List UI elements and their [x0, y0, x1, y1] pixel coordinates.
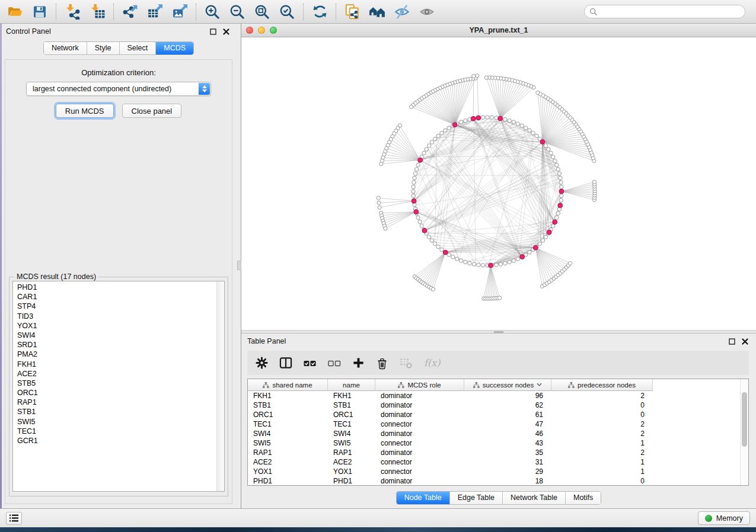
mcds-node-item[interactable]: STB1: [13, 407, 216, 416]
export-image-button[interactable]: [167, 2, 192, 22]
table-row[interactable]: ACE2ACE2connector311: [248, 457, 748, 467]
tab-style[interactable]: Style: [87, 42, 120, 55]
column-header-predecessor-nodes[interactable]: predecessor nodes: [551, 379, 653, 391]
first-neighbors-button[interactable]: [365, 2, 390, 22]
float-panel-button[interactable]: [208, 27, 218, 36]
export-image-icon: [172, 4, 188, 20]
mcds-node-item[interactable]: SRD1: [13, 340, 216, 350]
column-header-shared-name[interactable]: shared name: [248, 379, 328, 391]
table-row[interactable]: ORC1ORC1dominator610: [248, 410, 748, 419]
hierarchy-icon: [263, 382, 269, 388]
optimization-criterion-select[interactable]: largest connected component (undirected): [26, 82, 211, 96]
table-cell: connector: [375, 419, 464, 429]
mcds-node-item[interactable]: SWI4: [13, 331, 216, 340]
task-history-button[interactable]: [6, 512, 22, 525]
eye-icon: [419, 4, 435, 20]
export-network-icon: [122, 4, 138, 20]
mcds-node-item[interactable]: YOX1: [13, 321, 216, 331]
tab-select[interactable]: Select: [120, 42, 157, 55]
refresh-button[interactable]: [307, 2, 332, 22]
mcds-node-item[interactable]: TEC1: [13, 427, 216, 436]
table-row[interactable]: RAP1RAP1dominator352: [248, 448, 748, 457]
columns-icon: [279, 357, 292, 369]
network-graph[interactable]: [241, 37, 756, 330]
table-row[interactable]: SWI4SWI4dominator462: [248, 429, 748, 438]
mcds-node-item[interactable]: FKH1: [13, 360, 216, 369]
table-row[interactable]: PHD1PHD1dominator180: [248, 476, 748, 486]
refresh-icon: [312, 4, 328, 20]
float-panel-button[interactable]: [726, 336, 737, 346]
open-file-button[interactable]: [2, 2, 27, 22]
column-header-MCDS-role[interactable]: MCDS role: [375, 379, 464, 391]
table-row[interactable]: STB1STB1dominator620: [248, 400, 748, 410]
table-row[interactable]: TEC1TEC1connector472: [248, 419, 748, 429]
deselect-all-button[interactable]: [328, 357, 341, 370]
search-icon: [589, 8, 598, 16]
delete-column-button[interactable]: [376, 357, 388, 370]
mcds-node-item[interactable]: PHD1: [13, 283, 216, 292]
table-row[interactable]: SWI5SWI5connector431: [248, 438, 748, 448]
list-scrollbar[interactable]: [216, 281, 224, 491]
search-field[interactable]: [584, 5, 745, 18]
zoom-selected-button[interactable]: [275, 2, 299, 22]
mcds-node-item[interactable]: STB5: [13, 379, 216, 388]
mcds-result-group: MCDS result (17 nodes) PHD1CAR1STP4TID3Y…: [9, 277, 228, 496]
mcds-node-item[interactable]: CAR1: [13, 292, 216, 302]
main-toolbar: [0, 0, 756, 24]
mcds-node-item[interactable]: STP4: [13, 302, 216, 311]
close-panel-button-secondary[interactable]: Close panel: [122, 104, 182, 118]
close-panel-button[interactable]: [221, 27, 231, 36]
mcds-node-item[interactable]: PMA2: [13, 350, 216, 359]
column-header-name[interactable]: name: [328, 379, 375, 391]
table-row[interactable]: YOX1YOX1connector291: [248, 467, 748, 476]
save-session-button[interactable]: [27, 2, 52, 22]
export-table-button[interactable]: [142, 2, 167, 22]
table-cell: 46: [464, 429, 551, 438]
select-all-button[interactable]: [304, 357, 317, 370]
tab-edge-table[interactable]: Edge Table: [450, 492, 503, 504]
splitter-grip[interactable]: [237, 261, 241, 270]
column-header-successor-nodes[interactable]: successor nodes: [464, 379, 551, 391]
import-network-button[interactable]: [60, 2, 85, 22]
mcds-result-list[interactable]: PHD1CAR1STP4TID3YOX1SWI4SRD1PMA2FKH1ACE2…: [12, 281, 225, 492]
tab-node-table[interactable]: Node Table: [397, 492, 450, 504]
column-settings-button[interactable]: [256, 357, 268, 369]
desktop-background: [0, 527, 756, 532]
mcds-node-item[interactable]: TID3: [13, 312, 216, 321]
network-window-title: YPA_prune.txt_1: [241, 26, 756, 34]
mcds-node-item[interactable]: ORC1: [13, 388, 216, 398]
zoom-in-button[interactable]: [200, 2, 225, 22]
table-cell: TEC1: [248, 419, 328, 429]
hide-selected-button[interactable]: [390, 2, 414, 22]
zoom-out-button[interactable]: [225, 2, 250, 22]
mcds-node-item[interactable]: ACE2: [13, 369, 216, 379]
mcds-node-item[interactable]: GCR1: [13, 436, 216, 446]
memory-button[interactable]: Memory: [698, 511, 750, 525]
mcds-node-item[interactable]: SWI5: [13, 417, 216, 427]
zoom-fit-button[interactable]: [250, 2, 275, 22]
network-view[interactable]: [241, 37, 756, 330]
export-network-button[interactable]: [117, 2, 142, 22]
tab-network-table[interactable]: Network Table: [503, 492, 566, 504]
splitter-grip[interactable]: [494, 331, 503, 333]
status-bar: Memory: [0, 508, 756, 527]
table-scrollbar[interactable]: [740, 379, 748, 485]
table-cell: 62: [464, 400, 551, 410]
scrollbar-thumb[interactable]: [742, 392, 747, 447]
search-input[interactable]: [598, 8, 745, 16]
import-table-button[interactable]: [85, 2, 110, 22]
hierarchy-icon: [473, 382, 480, 388]
table-tabbar: Node Table Edge Table Network Table Moti…: [241, 491, 756, 505]
show-column-panel-button[interactable]: [279, 357, 292, 369]
run-mcds-button[interactable]: Run MCDS: [56, 104, 114, 118]
tab-network[interactable]: Network: [44, 42, 87, 55]
add-column-button[interactable]: [352, 357, 365, 369]
mcds-node-item[interactable]: RAP1: [13, 398, 216, 407]
vertical-splitter[interactable]: [237, 24, 241, 508]
show-all-button[interactable]: [414, 2, 439, 22]
tab-motifs[interactable]: Motifs: [566, 492, 601, 504]
table-row[interactable]: FKH1FKH1dominator962: [248, 391, 748, 400]
tab-mcds[interactable]: MCDS: [156, 42, 193, 55]
close-panel-button[interactable]: [739, 336, 750, 346]
duplicate-network-button[interactable]: [340, 2, 365, 22]
